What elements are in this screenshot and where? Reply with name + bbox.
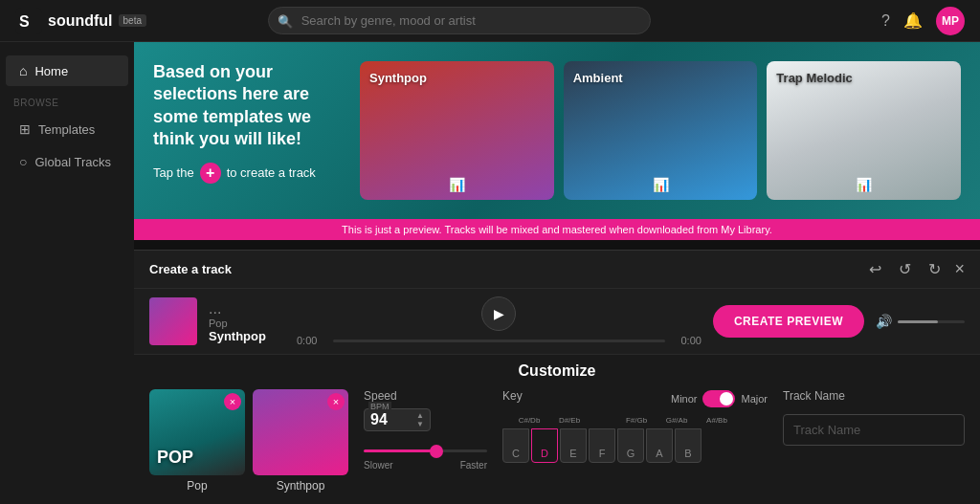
sidebar-home-label: Home <box>34 64 68 78</box>
volume-icon: 🔊 <box>876 314 892 329</box>
track-thumbnail <box>149 297 197 345</box>
banner-title: Based on your selections here are some t… <box>153 61 345 151</box>
black-key-dsharp: D#/Eb <box>556 416 583 425</box>
speed-slider[interactable] <box>364 449 487 452</box>
track-card-pop-close[interactable]: × <box>224 393 241 410</box>
volume-bar[interactable] <box>898 320 965 323</box>
preview-banner: This is just a preview. Tracks will be m… <box>134 219 980 240</box>
sidebar-templates-label: Templates <box>38 122 95 137</box>
search-bar: 🔍 <box>268 7 651 34</box>
customize-title: Customize <box>149 362 965 380</box>
key-e[interactable]: E <box>560 428 587 463</box>
black-key-spacer3 <box>650 416 663 425</box>
preview-banner-text: This is just a preview. Tracks will be m… <box>342 224 772 235</box>
bpm-down-button[interactable]: ▼ <box>416 421 424 428</box>
key-section: Key Minor Major <box>502 389 768 477</box>
undo2-button[interactable]: ↺ <box>895 258 915 280</box>
genre-card-ambient-label: Ambient <box>573 71 623 85</box>
black-key-spacer4 <box>690 416 703 425</box>
top-nav: S soundful beta 🔍 ? 🔔 MP <box>0 0 980 42</box>
customize-section: Customize POP × Pop × <box>134 355 980 504</box>
global-tracks-icon: ○ <box>19 154 27 169</box>
toggle-knob <box>720 392 733 405</box>
bpm-up-button[interactable]: ▲ <box>416 412 424 420</box>
redo-button[interactable]: ↻ <box>924 258 945 280</box>
help-button[interactable]: ? <box>881 12 890 30</box>
genre-card-ambient-wave: 📊 <box>653 177 669 192</box>
genre-card-trap[interactable]: Trap Melodic 📊 <box>767 61 961 200</box>
black-key-fsharp: F#/Gb <box>623 416 650 425</box>
genre-card-trap-wave: 📊 <box>856 177 872 192</box>
black-key-gsharp: G#/Ab <box>663 416 690 425</box>
key-header: Key Minor Major <box>502 389 768 408</box>
minor-major-switch[interactable] <box>702 390 735 407</box>
key-d[interactable]: D <box>531 428 558 463</box>
panel-close-button[interactable]: × <box>954 259 965 279</box>
bpm-label: BPM <box>368 402 391 411</box>
player-controls: ▶ 0:00 0:00 <box>297 296 702 346</box>
banner-cta: Tap the + to create a track <box>153 163 345 184</box>
track-card-pop-label: Pop <box>149 479 245 493</box>
track-card-synthpop-close[interactable]: × <box>327 393 345 410</box>
genre-card-ambient[interactable]: Ambient 📊 <box>564 61 758 200</box>
panel-header: Create a track ↩ ↺ ↻ × <box>134 251 980 289</box>
key-c[interactable]: C <box>502 428 529 463</box>
major-label: Major <box>741 393 768 405</box>
minor-major-toggle: Minor Major <box>671 390 768 407</box>
track-card-synthpop-img: × <box>253 389 348 475</box>
create-panel: Create a track ↩ ↺ ↻ × ... Pop Synthpop <box>134 250 980 504</box>
sidebar-global-tracks-label: Global Tracks <box>34 155 110 169</box>
time-start: 0:00 <box>297 335 325 346</box>
soundful-logo-icon: S <box>15 8 42 34</box>
track-card-synthpop: × Synthpop <box>253 389 348 493</box>
progress-row: 0:00 0:00 <box>297 335 702 346</box>
genre-card-trap-label: Trap Melodic <box>776 71 852 85</box>
banner: Based on your selections here are some t… <box>134 42 980 219</box>
speed-labels: Slower Faster <box>364 460 487 471</box>
time-end: 0:00 <box>673 335 702 346</box>
speed-section: Speed BPM 94 ▲ ▼ <box>364 389 487 471</box>
track-name-section: Track Name <box>783 389 965 446</box>
play-button[interactable]: ▶ <box>481 296 516 331</box>
track-name-display: Synthpop <box>209 329 285 343</box>
search-input[interactable] <box>268 7 651 34</box>
black-key-asharp: A#/Bb <box>703 416 730 425</box>
black-key-spacer1 <box>543 416 556 425</box>
genre-cards: Synthpop 📊 Ambient 📊 Trap Melodic 📊 <box>360 61 961 200</box>
create-track-plus-button[interactable]: + <box>200 163 221 184</box>
progress-bar[interactable] <box>333 340 665 342</box>
logo-area: S soundful beta <box>15 8 146 34</box>
bpm-box: BPM 94 ▲ ▼ <box>364 408 431 431</box>
piano-keys: C#/Db D#/Eb F#/Gb G#/Ab A#/Bb <box>502 416 768 477</box>
key-label: Key <box>502 389 523 403</box>
volume-fill <box>898 320 938 323</box>
banner-cta-prefix: Tap the <box>153 165 194 180</box>
key-g[interactable]: G <box>617 428 644 463</box>
nav-actions: ? 🔔 MP <box>881 7 965 35</box>
play-icon: ▶ <box>494 306 504 321</box>
key-b[interactable]: B <box>675 428 702 463</box>
volume-row: 🔊 <box>876 314 965 329</box>
avatar[interactable]: MP <box>936 7 965 35</box>
black-key-csharp: C#/Db <box>516 416 543 425</box>
genre-card-synthpop[interactable]: Synthpop 📊 <box>360 61 554 200</box>
track-genre: Pop <box>209 318 285 329</box>
key-f[interactable]: F <box>589 428 615 463</box>
track-cards: POP × Pop × Synthpop <box>149 389 348 493</box>
sidebar-item-global-tracks[interactable]: ○ Global Tracks <box>6 146 128 177</box>
notifications-button[interactable]: 🔔 <box>903 11 923 30</box>
bpm-value: 94 <box>370 411 388 428</box>
key-a[interactable]: A <box>646 428 673 463</box>
undo-button[interactable]: ↩ <box>865 258 885 280</box>
sidebar-item-home[interactable]: ⌂ Home <box>6 55 128 86</box>
black-key-spacer2 <box>583 416 623 425</box>
search-icon: 🔍 <box>278 13 293 28</box>
track-card-synthpop-label: Synthpop <box>253 479 348 493</box>
app-name: soundful <box>48 12 113 30</box>
panel-title: Create a track <box>149 262 232 276</box>
faster-label: Faster <box>460 460 487 471</box>
banner-text: Based on your selections here are some t… <box>153 61 345 200</box>
track-name-input[interactable] <box>783 414 965 446</box>
create-preview-button[interactable]: CREATE PREVIEW <box>713 305 864 338</box>
sidebar-item-templates[interactable]: ⊞ Templates <box>6 114 128 144</box>
